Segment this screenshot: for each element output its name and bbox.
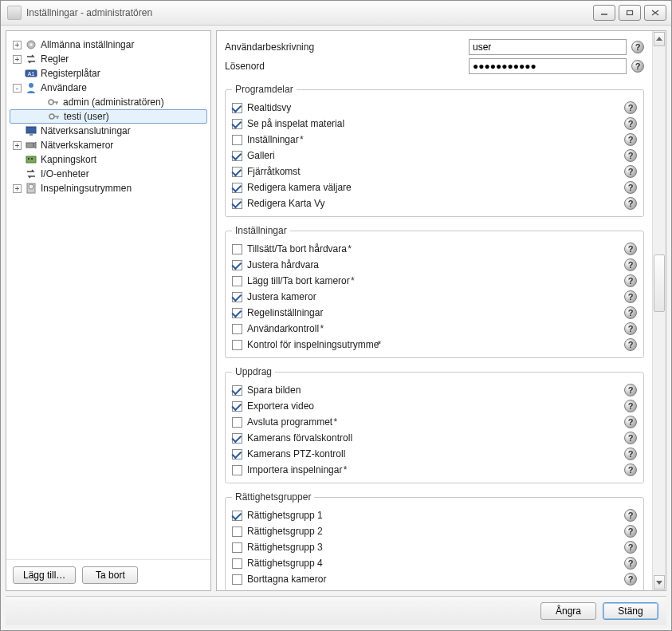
maximize-icon [626, 10, 634, 16]
help-icon[interactable]: ? [624, 133, 637, 146]
tree-item[interactable]: -Användare [10, 81, 207, 95]
help-icon[interactable]: ? [624, 338, 637, 351]
scroll-up-button[interactable] [654, 32, 665, 46]
permission-checkbox[interactable] [232, 385, 242, 396]
settings-tree[interactable]: +Allmänna inställningar+ReglerA1Register… [6, 31, 210, 559]
scroll-down-button[interactable] [654, 575, 665, 590]
permission-checkbox[interactable] [232, 433, 242, 444]
help-icon[interactable]: ? [624, 509, 637, 522]
undo-button[interactable]: Ångra [540, 602, 596, 620]
permission-label: Spara bilden [247, 385, 619, 396]
permission-checkbox[interactable] [232, 558, 242, 569]
help-icon[interactable]: ? [624, 117, 637, 130]
permission-checkbox[interactable] [232, 151, 242, 161]
remove-button[interactable]: Ta bort [82, 566, 138, 584]
help-icon[interactable]: ? [624, 448, 637, 460]
help-icon[interactable]: ? [624, 541, 637, 554]
permission-checkbox[interactable] [232, 340, 242, 350]
svg-rect-1 [627, 11, 633, 15]
permission-label: Rättighetsgrupp 2 [247, 526, 619, 537]
permission-row: Kontrol för inspelningsutrymme*? [232, 337, 637, 353]
user-description-row: Användarbeskrivning ? [225, 37, 644, 57]
tree-item[interactable]: +Regler [10, 52, 207, 66]
help-icon[interactable]: ? [631, 60, 644, 73]
close-button[interactable] [644, 5, 666, 21]
help-icon[interactable]: ? [624, 306, 637, 319]
permission-checkbox[interactable] [232, 167, 242, 177]
permission-checkbox[interactable] [232, 276, 242, 286]
expand-icon[interactable]: + [13, 55, 22, 64]
group-legend: Inställningar [232, 225, 290, 236]
help-icon[interactable]: ? [624, 384, 637, 396]
expand-icon[interactable]: + [13, 41, 22, 49]
permission-checkbox[interactable] [232, 465, 242, 475]
help-icon[interactable]: ? [624, 400, 637, 412]
help-icon[interactable]: ? [624, 416, 637, 428]
permission-checkbox[interactable] [232, 324, 242, 334]
add-button[interactable]: Lägg till… [13, 566, 76, 584]
maximize-button[interactable] [619, 5, 641, 21]
permission-label: Rättighetsgrupp 4 [247, 558, 619, 569]
tree-item[interactable]: Nätverksanslutningar [10, 124, 207, 138]
tree-item[interactable]: A1Registerplåtar [10, 66, 207, 81]
minimize-icon [600, 10, 608, 16]
tree-item[interactable]: Kapningskort [10, 152, 207, 167]
permission-label: Lägg till/Ta bort kameror * [247, 275, 619, 286]
close-dialog-button[interactable]: Stäng [603, 602, 658, 620]
help-icon[interactable]: ? [624, 573, 637, 586]
minimize-button[interactable] [593, 5, 615, 21]
permission-checkbox[interactable] [232, 183, 242, 193]
permission-checkbox[interactable] [232, 119, 242, 129]
help-icon[interactable]: ? [624, 557, 637, 570]
tree-item[interactable]: +Nätverkskameror [10, 138, 207, 152]
help-icon[interactable]: ? [624, 274, 637, 287]
permission-checkbox[interactable] [232, 401, 242, 412]
help-icon[interactable]: ? [624, 181, 637, 194]
permission-row: Importera inspelningar *? [232, 462, 637, 478]
expand-placeholder [13, 69, 22, 78]
close-icon [651, 10, 659, 16]
permission-checkbox[interactable] [232, 103, 242, 113]
collapse-icon[interactable]: - [13, 84, 22, 93]
permission-row: Redigera Karta Vy? [232, 195, 637, 211]
permission-checkbox[interactable] [232, 449, 242, 459]
client-area: +Allmänna inställningar+ReglerA1Register… [1, 26, 671, 630]
tree-item[interactable]: +Inspelningsutrymmen [10, 181, 207, 195]
permission-checkbox[interactable] [232, 199, 242, 209]
expand-icon[interactable]: + [13, 184, 22, 193]
tree-item[interactable]: admin (administratören) [10, 95, 207, 109]
vertical-scrollbar[interactable] [652, 31, 666, 590]
help-icon[interactable]: ? [624, 149, 637, 162]
tree-item[interactable]: +Allmänna inställningar [10, 37, 207, 52]
password-input[interactable] [469, 58, 627, 74]
help-icon[interactable]: ? [624, 101, 637, 114]
card-icon [25, 154, 37, 165]
help-icon[interactable]: ? [624, 525, 637, 538]
help-icon[interactable]: ? [624, 432, 637, 444]
permission-checkbox[interactable] [232, 292, 242, 302]
permission-checkbox[interactable] [232, 574, 242, 585]
expand-icon[interactable]: + [13, 141, 22, 150]
scroll-track[interactable] [653, 47, 666, 574]
permission-checkbox[interactable] [232, 511, 242, 521]
help-icon[interactable]: ? [624, 322, 637, 335]
help-icon[interactable]: ? [624, 290, 637, 303]
help-icon[interactable]: ? [624, 258, 637, 271]
tree-item[interactable]: I/O-enheter [10, 167, 207, 181]
permission-checkbox[interactable] [232, 244, 242, 254]
permission-checkbox[interactable] [232, 417, 242, 428]
restricted-star-icon: * [340, 464, 347, 475]
help-icon[interactable]: ? [624, 243, 637, 255]
permission-checkbox[interactable] [232, 526, 242, 537]
help-icon[interactable]: ? [624, 463, 637, 476]
permission-checkbox[interactable] [232, 542, 242, 553]
help-icon[interactable]: ? [624, 165, 637, 178]
help-icon[interactable]: ? [631, 41, 644, 53]
help-icon[interactable]: ? [624, 197, 637, 210]
permission-checkbox[interactable] [232, 308, 242, 318]
permission-checkbox[interactable] [232, 135, 242, 145]
user-description-input[interactable] [469, 39, 627, 55]
permission-checkbox[interactable] [232, 260, 242, 270]
tree-item[interactable]: testi (user) [10, 109, 207, 124]
scroll-thumb[interactable] [654, 254, 665, 312]
